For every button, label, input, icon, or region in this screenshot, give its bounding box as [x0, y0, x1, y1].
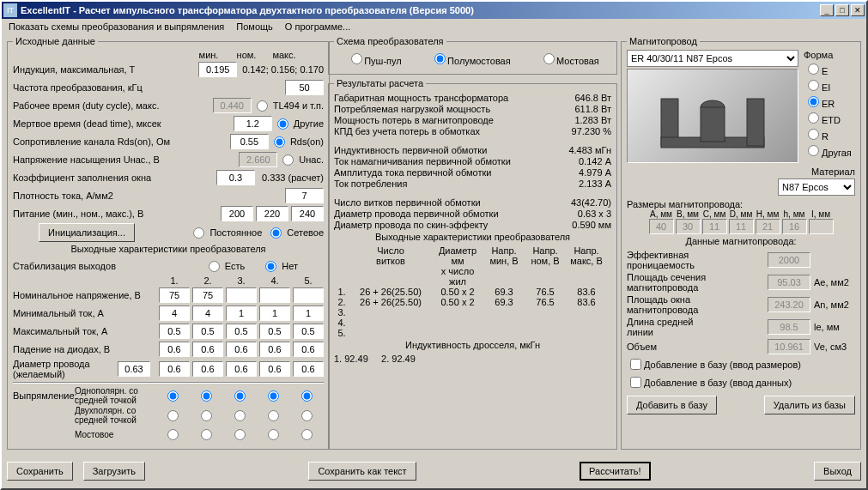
close-button[interactable]: ✕ [851, 4, 865, 16]
init-button[interactable]: Инициализация... [39, 223, 135, 242]
rect2-5[interactable] [301, 410, 313, 421]
vdrop-4[interactable] [259, 342, 290, 357]
minimize-button[interactable]: _ [820, 4, 834, 16]
rect3-1[interactable] [167, 429, 179, 440]
imin-5[interactable] [293, 305, 324, 321]
vnom-1[interactable] [159, 287, 190, 303]
lbl-rds: Сопротивление канала Rds(on), Ом [13, 136, 230, 147]
imax-1[interactable] [159, 324, 190, 339]
load-button[interactable]: Загрузить [83, 462, 145, 481]
vnom-4[interactable] [259, 287, 290, 303]
rect1-2[interactable] [201, 390, 212, 402]
add-db-button[interactable]: Добавить в базу [627, 396, 717, 414]
imax-2[interactable] [192, 324, 223, 339]
lbl-duty: Рабочее время (duty cycle), макс. [13, 100, 213, 111]
dim-c [702, 219, 727, 234]
rect3-2[interactable] [201, 429, 212, 440]
rect3-4[interactable] [268, 429, 279, 440]
radio-usat[interactable] [282, 154, 294, 166]
del-db-button[interactable]: Удалить из базы [764, 396, 855, 414]
dwire-2[interactable] [192, 361, 223, 377]
perm-input [768, 252, 810, 268]
imax-3[interactable] [226, 324, 257, 339]
imax-4[interactable] [259, 324, 290, 339]
rect1-3[interactable] [234, 390, 246, 402]
imax-5[interactable] [293, 324, 324, 339]
dwire-4[interactable] [259, 361, 290, 377]
menu-schemes[interactable]: Показать схемы преобразования и выпрямле… [9, 21, 224, 32]
save-button[interactable]: Сохранить [7, 462, 73, 481]
chk-add-data[interactable] [630, 377, 641, 388]
rect3-3[interactable] [234, 429, 246, 440]
dwire-main[interactable] [118, 361, 150, 377]
dwire-3[interactable] [226, 361, 257, 377]
dwire-1[interactable] [159, 361, 190, 377]
lbl-dens: Плотность тока, А/мм2 [13, 191, 285, 201]
radio-half[interactable] [434, 53, 446, 64]
radio-dc[interactable] [193, 227, 204, 239]
menu-help[interactable]: Помощь [236, 21, 273, 32]
material-select[interactable]: N87 Epcos [778, 178, 855, 196]
chk-add-dims[interactable] [630, 359, 641, 370]
supply-nom[interactable] [256, 206, 288, 221]
imin-4[interactable] [259, 305, 290, 321]
dead-input[interactable] [234, 116, 272, 131]
lbl-dead: Мертвое время (dead time), мксек [13, 118, 234, 129]
calc-button[interactable]: Рассчитать! [580, 462, 650, 481]
radio-other[interactable] [277, 118, 288, 130]
rect1-1[interactable] [167, 390, 179, 402]
radio-tl494[interactable] [257, 100, 268, 112]
core-select[interactable]: ER 40/30/11 N87 Epcos [627, 50, 798, 67]
rds-input[interactable] [230, 134, 269, 149]
supply-min[interactable] [221, 206, 253, 221]
imin-3[interactable] [226, 305, 257, 321]
rect2-4[interactable] [268, 410, 279, 421]
induction-input[interactable] [198, 62, 237, 77]
dens-input[interactable] [285, 188, 324, 203]
form-etd[interactable] [808, 112, 819, 124]
save-text-button[interactable]: Сохранить как текст [308, 462, 416, 481]
lbl-chk2: Добавление в базу (ввод данных) [644, 378, 792, 388]
supply-max[interactable] [291, 206, 324, 221]
freq-input[interactable] [285, 80, 324, 95]
res-dpri: Диаметр провода первичной обмотки [334, 209, 551, 219]
radio-full[interactable] [543, 53, 555, 64]
radio-push[interactable] [351, 53, 362, 64]
radio-stab-no[interactable] [265, 261, 276, 272]
vdrop-5[interactable] [293, 342, 324, 357]
vnom-3[interactable] [226, 287, 257, 303]
titlebar[interactable]: IT ExcellentIT - Расчет импульсного тран… [2, 2, 866, 19]
vdrop-3[interactable] [226, 342, 257, 357]
col-3: 3. [226, 275, 257, 286]
form-er[interactable] [808, 96, 819, 107]
exit-button[interactable]: Выход [814, 462, 861, 481]
form-r[interactable] [808, 129, 819, 140]
radio-rds[interactable] [274, 136, 285, 148]
imin-2[interactable] [192, 305, 223, 321]
rect3-5[interactable] [301, 429, 313, 440]
an-input [768, 297, 810, 312]
form-e[interactable] [808, 64, 819, 75]
rect2-2[interactable] [201, 410, 212, 421]
form-other[interactable] [808, 145, 819, 156]
out-row-3: 3. [334, 307, 611, 318]
radio-ac[interactable] [270, 227, 282, 239]
rect1-4[interactable] [268, 390, 279, 402]
maximize-button[interactable]: □ [835, 4, 849, 16]
scheme-group: Схема преобразователя Пуш-пул Полумостов… [328, 36, 617, 75]
dwire-5[interactable] [293, 361, 324, 377]
imin-1[interactable] [159, 305, 190, 321]
fill-input[interactable] [216, 170, 255, 185]
vnom-5[interactable] [293, 287, 324, 303]
rect2-1[interactable] [167, 410, 179, 421]
form-ei[interactable] [808, 80, 819, 91]
ve-input [768, 339, 810, 354]
radio-stab-yes[interactable] [209, 261, 220, 272]
vnom-2[interactable] [192, 287, 223, 303]
rect2-3[interactable] [234, 410, 246, 421]
vdrop-1[interactable] [159, 342, 190, 357]
res-eff: КПД без учета потерь в обмотках [334, 126, 551, 136]
rect1-5[interactable] [301, 390, 313, 402]
vdrop-2[interactable] [192, 342, 223, 357]
menu-about[interactable]: О программе... [285, 21, 350, 32]
